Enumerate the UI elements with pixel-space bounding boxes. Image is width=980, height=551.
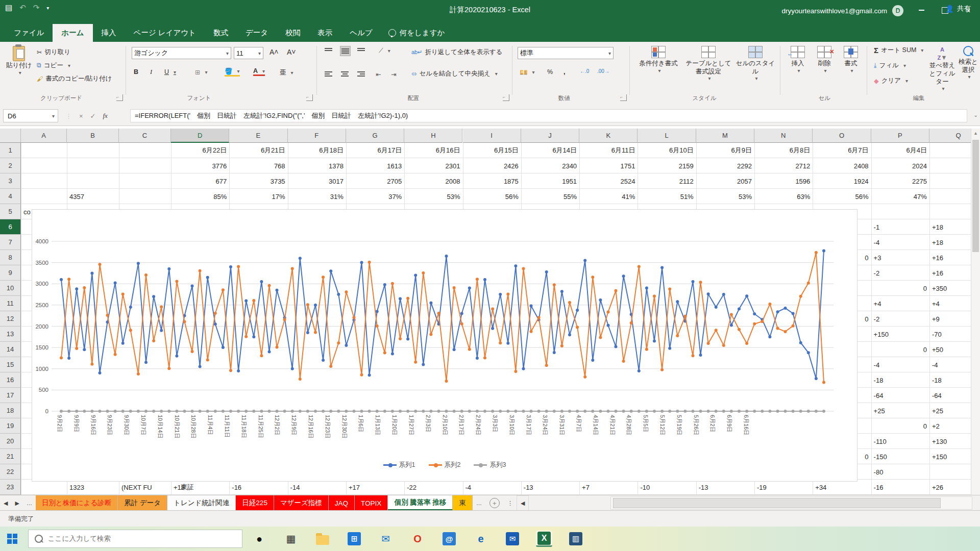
ribbon-tab-ヘルプ[interactable]: ヘルプ — [341, 24, 381, 42]
cell-value[interactable]: 2057 — [696, 173, 754, 189]
cell-value[interactable]: 2524 — [579, 173, 638, 189]
row-header-23[interactable]: 23 — [0, 480, 21, 495]
cell-percent[interactable]: 85% — [171, 189, 229, 204]
row-header-12[interactable]: 12 — [0, 311, 21, 327]
tellme-box[interactable]: 何をしますか — [381, 24, 452, 42]
new-sheet-button[interactable]: + — [489, 498, 500, 508]
sheet-overflow-left[interactable]: … — [23, 495, 36, 511]
row-header-2[interactable]: 2 — [0, 158, 21, 173]
alignment-dialog-launcher[interactable]: ⌐ — [503, 94, 509, 101]
middle-align-icon[interactable] — [340, 46, 351, 56]
cell-value[interactable]: 2008 — [404, 173, 462, 189]
row-header-5[interactable]: 5 — [0, 204, 21, 219]
sheet-tab-トレンド統計関連[interactable]: トレンド統計関連 — [167, 495, 236, 511]
row-header-19[interactable]: 19 — [0, 418, 21, 434]
cell-styles-button[interactable]: セルのスタイル▾ — [735, 46, 776, 82]
formula-input[interactable]: =IFERROR(LEFT(' 個別 日統計 左統計'!G2,FIND("(",… — [130, 109, 967, 122]
column-header-P[interactable]: P — [871, 129, 929, 143]
column-header-E[interactable]: E — [229, 129, 287, 143]
align-right-icon[interactable] — [357, 70, 365, 78]
clipboard-dialog-launcher[interactable]: ⌐ — [116, 94, 123, 101]
cell-date[interactable]: 6月21日 — [229, 143, 287, 158]
folder-icon[interactable] — [314, 531, 331, 547]
align-left-icon[interactable] — [325, 70, 332, 78]
name-box[interactable]: D6▾ — [3, 109, 58, 122]
row-header-18[interactable]: 18 — [0, 403, 21, 418]
cell-value[interactable]: 2159 — [638, 158, 696, 173]
sort-filter-button[interactable]: AZ▼ 並べ替えとフィルター▾ — [928, 46, 957, 92]
window-icon[interactable]: ▥ — [569, 532, 582, 545]
sheet-tab-累計 データ[interactable]: 累計 データ — [118, 495, 167, 511]
cell-p[interactable]: 0 — [871, 342, 929, 357]
ribbon-tab-校閲[interactable]: 校閲 — [277, 24, 309, 42]
legend-item[interactable]: 系列3 — [474, 461, 506, 469]
sheet-tab-個別 騰落率 推移[interactable]: 個別 騰落率 推移 — [388, 495, 453, 511]
cell-date[interactable]: 6月10日 — [638, 143, 696, 158]
excel-icon[interactable]: X — [536, 531, 552, 547]
cell-date[interactable]: 6月22日 — [171, 143, 229, 158]
browser-circle-icon[interactable]: ● — [251, 531, 267, 547]
tabstrip-splitter[interactable]: ⋮ — [504, 495, 517, 511]
cell-date[interactable]: 6月7日 — [813, 143, 871, 158]
cell-value[interactable]: 1613 — [346, 158, 404, 173]
row-header-16[interactable]: 16 — [0, 372, 21, 388]
cell-percent[interactable]: 37% — [346, 189, 404, 204]
font-dialog-launcher[interactable]: ⌐ — [306, 94, 313, 101]
column-header-G[interactable]: G — [346, 129, 404, 143]
ribbon-tab-ファイル[interactable]: ファイル — [5, 24, 53, 42]
cell-p[interactable]: -110 — [871, 434, 929, 449]
row-header-22[interactable]: 22 — [0, 464, 21, 480]
row-header-7[interactable]: 7 — [0, 235, 21, 250]
ribbon-tab-表示[interactable]: 表示 — [309, 24, 341, 42]
copy-button[interactable]: ⧉コピー▾ — [37, 61, 70, 70]
enter-icon[interactable]: ✓ — [90, 112, 96, 120]
sheet-nav-right-icon[interactable]: ▶ — [11, 495, 22, 511]
cell-p[interactable]: -4 — [871, 357, 929, 372]
cell-total[interactable]: 4357 — [67, 189, 119, 204]
row-header-14[interactable]: 14 — [0, 342, 21, 357]
conditional-formatting-button[interactable]: 条件付き書式▾ — [636, 46, 681, 74]
cell-value[interactable]: 2408 — [813, 158, 871, 173]
row-header-21[interactable]: 21 — [0, 449, 21, 464]
sheet-nav-left-icon[interactable]: ◀ — [0, 495, 11, 511]
cell-date[interactable]: 6月16日 — [404, 143, 462, 158]
autosum-button[interactable]: Σオート SUM▾ — [874, 46, 923, 55]
cell-value[interactable]: 1378 — [288, 158, 346, 173]
formula-expand-icon[interactable]: ⌄ — [974, 112, 978, 118]
ribbon-tab-データ[interactable]: データ — [237, 24, 277, 42]
sheet-tab-日別と株価による診断[interactable]: 日別と株価による診断 — [36, 495, 118, 511]
paste-button[interactable]: 貼り付け▾ — [6, 46, 32, 76]
hscroll-left-icon[interactable]: ◀ — [517, 495, 529, 511]
cell-value[interactable]: 2340 — [521, 158, 579, 173]
cell-percent[interactable]: 55% — [521, 189, 579, 204]
row-header-17[interactable]: 17 — [0, 388, 21, 403]
column-header-D[interactable]: D — [171, 129, 229, 143]
column-header-A[interactable]: A — [21, 129, 67, 143]
percent-style-icon[interactable]: % — [547, 68, 553, 76]
cell-percent[interactable]: 41% — [579, 189, 638, 204]
row-header-6[interactable]: 6 — [0, 219, 21, 235]
row-header-9[interactable]: 9 — [0, 265, 21, 281]
cell-percent[interactable]: 31% — [288, 189, 346, 204]
row-header-11[interactable]: 11 — [0, 296, 21, 311]
sheet-tab-JAQ[interactable]: JAQ — [329, 495, 355, 511]
format-as-table-button[interactable]: テーブルとして書式設定▾ — [684, 46, 733, 82]
cell-value[interactable]: 1875 — [463, 173, 521, 189]
fill-color-button[interactable]: 🪣▾ — [225, 67, 240, 77]
sheet-tab-東[interactable]: 東 — [453, 495, 473, 511]
fill-button[interactable]: ⤓フィル▾ — [874, 61, 906, 70]
vertical-scrollbar[interactable]: ▲ — [971, 129, 980, 495]
cell-p[interactable]: -80 — [871, 464, 929, 480]
cell-p[interactable]: +3 — [871, 250, 929, 265]
cell-value[interactable]: 768 — [229, 158, 287, 173]
bold-button[interactable]: B — [134, 68, 138, 76]
ribbon-tab-ページ レイアウト[interactable]: ページ レイアウト — [125, 24, 205, 42]
cell-row23[interactable]: -16 — [871, 480, 929, 495]
legend-item[interactable]: 系列1 — [383, 461, 415, 469]
mail-icon[interactable]: ✉ — [378, 531, 394, 547]
column-header-L[interactable]: L — [638, 129, 696, 143]
cell-value[interactable]: 677 — [171, 173, 229, 189]
cell-p[interactable]: -2 — [871, 311, 929, 327]
cut-button[interactable]: ✂切り取り — [37, 48, 70, 57]
cell-p[interactable]: -64 — [871, 388, 929, 403]
